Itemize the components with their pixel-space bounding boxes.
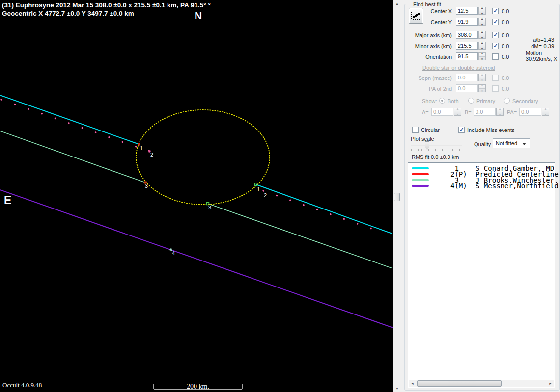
pa-2nd-field[interactable]: 0.0 <box>456 84 478 92</box>
quality-dropdown-value: Not fitted <box>496 140 517 146</box>
show-secondary-label: Secondary <box>512 98 538 104</box>
pa-2nd-label: PA of 2nd <box>403 86 452 92</box>
list-item[interactable]: 4(M) S Messner,Northfield <box>408 183 555 189</box>
sepn-lock-checkbox[interactable] <box>492 75 499 81</box>
plot-title-line1: (31) Euphrosyne 2012 Mar 15 308.0 ±0.0 x… <box>2 1 211 9</box>
major-axis-label: Major axis (km) <box>403 32 452 38</box>
chord2-left-label: 2 <box>150 152 153 157</box>
center-y-label: Center Y <box>403 19 452 25</box>
major-axis-field[interactable]: 308.0 <box>456 31 478 39</box>
scroll-up-icon[interactable]: ▲ <box>393 0 401 7</box>
plot-scale-slider-track[interactable] <box>411 145 462 146</box>
center-y-spinner[interactable] <box>478 18 486 26</box>
pa-field[interactable]: 0.0 <box>519 108 541 116</box>
chord4-legend-swatch <box>412 185 429 187</box>
include-miss-checkbox[interactable] <box>458 127 465 133</box>
chord2-dotted-right <box>263 191 384 233</box>
rms-fit-label: RMS fit 0.0 ±0.0 km <box>412 154 459 160</box>
orientation-field[interactable]: 91.5 <box>456 52 478 60</box>
horizontal-scrollbar-thumb[interactable] <box>417 380 502 387</box>
chord1-left-label: 1 <box>140 145 143 151</box>
scroll-right-icon[interactable]: ► <box>547 380 554 387</box>
plot-scale-slider-ticks <box>411 149 461 151</box>
sepn-field[interactable]: 0.0 <box>456 74 478 81</box>
double-star-header: Double star or double asteroid <box>422 65 495 71</box>
pa-2nd-uncertainty: 0.0 <box>502 86 509 92</box>
motion-label: Motion <box>526 50 542 56</box>
chord2-right-label: 2 <box>264 192 267 198</box>
chord3-bottom-label: 3 <box>208 205 211 210</box>
main-vertical-scrollbar[interactable]: ▲ ▼ <box>393 0 400 392</box>
magnitude-drop-value: dM=-0.39 <box>520 43 554 49</box>
plot-scale-label: Plot scale <box>411 136 434 142</box>
chord2-dotted-left <box>1 100 136 147</box>
a-field[interactable]: 0.0 <box>431 108 453 116</box>
major-axis-uncertainty: 0.0 <box>502 32 509 38</box>
b-label: B= <box>465 109 472 115</box>
show-both-radio[interactable] <box>439 98 445 104</box>
center-x-spinner[interactable] <box>478 7 486 15</box>
version-label: Occult 4.0.9.48 <box>2 381 42 389</box>
center-x-label: Center X <box>403 8 452 14</box>
orientation-uncertainty: 0.0 <box>502 54 509 60</box>
orientation-label: Orientation <box>403 54 452 60</box>
groupbox-title: Find best fit <box>411 1 443 7</box>
center-x-lock-checkbox[interactable] <box>492 8 499 14</box>
scroll-left-icon[interactable]: ◄ <box>409 380 416 387</box>
center-y-lock-checkbox[interactable] <box>492 19 499 25</box>
circular-checkbox[interactable] <box>412 127 419 133</box>
observer-name: S Messner,Northfield <box>476 183 559 189</box>
vertical-scrollbar-thumb[interactable] <box>394 193 400 201</box>
center-x-field[interactable]: 12.5 <box>456 7 478 15</box>
minor-axis-spinner[interactable] <box>478 42 486 50</box>
asteroid-ellipse <box>136 110 270 205</box>
show-both-label: Both <box>448 98 459 104</box>
motion-value: 30.92km/s, X <box>526 56 557 62</box>
major-axis-spinner[interactable] <box>478 31 486 39</box>
b-field[interactable]: 0.0 <box>474 108 496 116</box>
east-label: E <box>4 194 11 207</box>
pa-label: PA= <box>507 109 517 115</box>
chord1-line-right <box>256 184 392 234</box>
fit-control-panel: Find best fit Center X 12.5 <box>400 0 560 392</box>
chord3-line-right <box>208 204 392 268</box>
chord2-legend-swatch <box>412 173 429 175</box>
chord3-legend-swatch <box>412 179 429 181</box>
center-y-uncertainty: 0.0 <box>502 19 509 25</box>
center-x-uncertainty: 0.0 <box>502 8 509 14</box>
pa-spinner[interactable] <box>542 108 549 116</box>
pa-2nd-spinner[interactable] <box>478 84 486 92</box>
circular-label: Circular <box>421 127 440 133</box>
orientation-spinner[interactable] <box>478 52 486 60</box>
chord1-right-label: 1 <box>257 186 260 192</box>
a-spinner[interactable] <box>454 108 461 116</box>
minor-axis-uncertainty: 0.0 <box>502 43 509 49</box>
chord-number: 4(M) <box>450 183 467 189</box>
sepn-uncertainty: 0.0 <box>502 75 509 81</box>
minor-axis-field[interactable]: 215.5 <box>456 42 478 50</box>
minor-axis-lock-checkbox[interactable] <box>492 43 499 49</box>
occult-window: 1 2 3 3 1 2 4 (31) Euphrosyne 2012 Mar 1… <box>0 0 560 392</box>
north-label: N <box>195 10 202 21</box>
major-axis-lock-checkbox[interactable] <box>492 32 499 38</box>
quality-label: Quality <box>474 141 491 147</box>
plot-title-line2: Geocentric X 4772.7 ±0.0 Y 3497.7 ±0.0 k… <box>2 10 134 17</box>
show-primary-radio[interactable] <box>468 98 474 104</box>
sepn-spinner[interactable] <box>478 74 486 81</box>
show-secondary-radio[interactable] <box>504 98 510 104</box>
occultation-plot: 1 2 3 3 1 2 4 (31) Euphrosyne 2012 Mar 1… <box>0 0 393 392</box>
center-y-field[interactable]: 91.9 <box>456 18 478 26</box>
scroll-down-icon[interactable]: ▼ <box>393 385 401 392</box>
listbox-horizontal-scrollbar[interactable]: ◄ ► <box>409 380 554 387</box>
quality-dropdown[interactable]: Not fitted <box>493 138 530 148</box>
observer-listbox[interactable]: 1 S Conard,Gamber, MD 2(P) Predicted Cen… <box>408 162 555 388</box>
minor-axis-label: Minor axis (km) <box>403 43 452 49</box>
chord4-label: 4 <box>172 250 175 256</box>
orientation-lock-checkbox[interactable] <box>492 53 499 60</box>
chord4-line <box>0 190 393 328</box>
pa-2nd-lock-checkbox[interactable] <box>492 85 499 92</box>
include-miss-label: Include Miss events <box>467 127 515 133</box>
axis-ratio-value: a/b=1.43 <box>520 37 554 43</box>
a-label: A= <box>422 109 429 115</box>
b-spinner[interactable] <box>496 108 504 116</box>
